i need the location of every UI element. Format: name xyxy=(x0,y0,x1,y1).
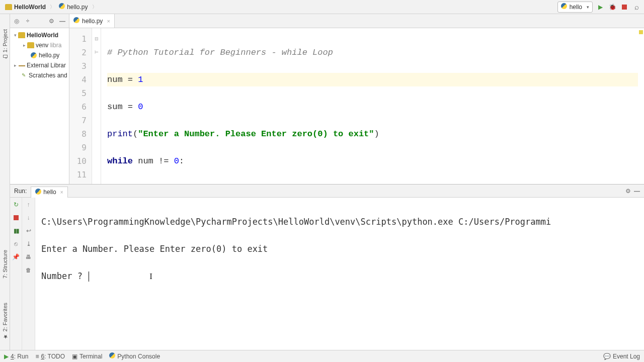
rerun-button[interactable]: ↻ xyxy=(12,201,20,209)
minimize-icon[interactable] xyxy=(634,188,640,195)
editor-tabs: hello.py × xyxy=(69,14,644,28)
pin-button[interactable]: 📌 xyxy=(12,253,20,261)
top-toolbar: HelloWorld 〉 hello.py 〉 hello ▾ ▶ 🐞 xyxy=(0,0,644,14)
target-icon[interactable]: ◎ xyxy=(13,18,20,25)
folder-icon xyxy=(18,32,25,38)
tree-file-hello[interactable]: hello.py xyxy=(10,50,69,60)
structure-tool-tab[interactable]: 7: Structure xyxy=(2,250,8,279)
minimize-icon[interactable] xyxy=(59,18,66,25)
clear-button[interactable] xyxy=(25,266,33,274)
run-tab-hello[interactable]: hello × xyxy=(31,187,67,198)
python-file-icon xyxy=(73,17,79,25)
tree-root[interactable]: ▾ HelloWorld xyxy=(10,30,69,40)
soft-wrap-button[interactable] xyxy=(25,227,33,235)
debug-button[interactable]: 🐞 xyxy=(608,3,617,12)
stop-button[interactable] xyxy=(12,214,20,222)
run-panel-title: Run: xyxy=(14,188,27,195)
breadcrumb: HelloWorld 〉 hello.py 〉 xyxy=(3,2,98,12)
fold-column: ⊟⊢ xyxy=(92,28,101,184)
chevron-down-icon: ▾ xyxy=(587,5,589,10)
gear-icon[interactable] xyxy=(48,18,55,25)
down-button[interactable] xyxy=(25,214,33,222)
run-config-selector[interactable]: hello ▾ xyxy=(557,2,593,13)
run-tool-window: Run: hello × ↻ ▮▮ xyxy=(10,184,644,350)
run-left-toolbar: ↻ ▮▮ ⎋ 📌 xyxy=(10,198,22,350)
status-bar: ▶4: Run ≡6: TODO ▣Terminal Python Consol… xyxy=(0,350,644,362)
python-icon xyxy=(109,352,115,360)
run-left-toolbar-2 xyxy=(22,198,35,350)
tree-scratches[interactable]: Scratches and xyxy=(10,70,69,80)
search-icon[interactable] xyxy=(632,3,641,12)
close-icon[interactable]: × xyxy=(60,190,63,195)
editor: hello.py × 1234567891011 ⊟⊢ # Python Tut… xyxy=(69,14,644,184)
folder-icon xyxy=(5,4,12,10)
breadcrumb-file[interactable]: hello.py xyxy=(57,2,90,12)
pause-button[interactable]: ▮▮ xyxy=(12,227,20,235)
status-todo-tab[interactable]: ≡6: TODO xyxy=(35,353,65,360)
tree-external-libs[interactable]: ▸ External Librar xyxy=(10,60,69,70)
scratch-icon xyxy=(20,72,27,79)
status-terminal-tab[interactable]: ▣Terminal xyxy=(72,353,102,360)
library-icon xyxy=(18,62,25,69)
python-file-icon xyxy=(561,3,567,11)
text-caret xyxy=(89,272,89,282)
editor-body[interactable]: 1234567891011 ⊟⊢ # Python Tutorial for B… xyxy=(69,28,644,184)
code-area[interactable]: # Python Tutorial for Beginners - while … xyxy=(101,28,644,184)
run-button[interactable]: ▶ xyxy=(596,3,605,12)
left-tool-stripe: 🗀1: Project 7: Structure ★2: Favorites xyxy=(0,14,10,350)
expand-icon[interactable]: ▸ xyxy=(21,40,27,50)
status-python-console-tab[interactable]: Python Console xyxy=(109,352,160,360)
scroll-to-end-button[interactable] xyxy=(25,240,33,248)
chevron-right-icon: 〉 xyxy=(50,4,55,11)
console-output[interactable]: C:\Users\ProgrammingKnowledge\PycharmPro… xyxy=(35,198,644,350)
gear-icon[interactable] xyxy=(625,188,631,195)
python-file-icon xyxy=(35,189,41,196)
exit-button[interactable]: ⎋ xyxy=(12,240,20,248)
stop-button[interactable] xyxy=(620,3,629,12)
gutter: 1234567891011 xyxy=(69,28,92,184)
status-event-log[interactable]: 💬Event Log xyxy=(603,353,640,360)
print-button[interactable] xyxy=(25,253,33,261)
python-file-icon xyxy=(30,52,37,59)
up-button[interactable] xyxy=(25,201,33,209)
favorites-tool-tab[interactable]: ★2: Favorites xyxy=(2,303,8,340)
close-icon[interactable]: × xyxy=(107,18,110,24)
error-stripe-marker[interactable] xyxy=(639,30,643,34)
expand-icon[interactable]: ▸ xyxy=(12,60,18,70)
project-toolbar: ◎ ÷ xyxy=(10,14,69,28)
status-run-tab[interactable]: ▶4: Run xyxy=(4,353,28,360)
expand-icon[interactable]: ▾ xyxy=(12,30,18,40)
collapse-icon[interactable]: ÷ xyxy=(24,18,31,25)
editor-tab-hello[interactable]: hello.py × xyxy=(69,14,115,28)
chevron-right-icon: 〉 xyxy=(92,4,97,11)
python-file-icon xyxy=(59,3,65,11)
folder-icon xyxy=(27,42,34,48)
breadcrumb-project[interactable]: HelloWorld xyxy=(3,3,48,12)
project-tree-panel: ◎ ÷ ▾ HelloWorld ▸ xyxy=(10,14,69,184)
project-tool-tab[interactable]: 🗀1: Project xyxy=(2,29,8,60)
tree-venv[interactable]: ▸ venv libra xyxy=(10,40,69,50)
